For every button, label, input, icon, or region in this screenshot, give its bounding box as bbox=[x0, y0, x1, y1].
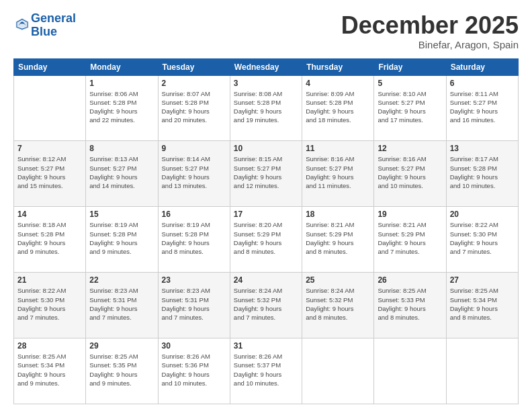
calendar-week-4: 21Sunrise: 8:22 AMSunset: 5:30 PMDayligh… bbox=[14, 273, 519, 338]
day-info: Sunrise: 8:12 AMSunset: 5:27 PMDaylight:… bbox=[17, 154, 82, 190]
day-number: 3 bbox=[234, 79, 298, 88]
day-number: 28 bbox=[17, 341, 82, 351]
day-info: Sunrise: 8:11 AMSunset: 5:27 PMDaylight:… bbox=[450, 89, 515, 125]
calendar-body: 1Sunrise: 8:06 AMSunset: 5:28 PMDaylight… bbox=[14, 75, 519, 404]
calendar-cell: 30Sunrise: 8:26 AMSunset: 5:36 PMDayligh… bbox=[158, 338, 230, 404]
svg-marker-0 bbox=[15, 17, 28, 30]
day-number: 4 bbox=[306, 79, 370, 88]
col-tuesday: Tuesday bbox=[158, 58, 230, 75]
calendar-cell: 18Sunrise: 8:21 AMSunset: 5:29 PMDayligh… bbox=[302, 207, 374, 273]
calendar-cell: 11Sunrise: 8:16 AMSunset: 5:27 PMDayligh… bbox=[302, 141, 374, 207]
calendar-cell: 12Sunrise: 8:16 AMSunset: 5:27 PMDayligh… bbox=[374, 141, 446, 207]
day-info: Sunrise: 8:16 AMSunset: 5:27 PMDaylight:… bbox=[378, 154, 442, 190]
day-number: 16 bbox=[162, 210, 226, 219]
calendar-cell: 5Sunrise: 8:10 AMSunset: 5:27 PMDaylight… bbox=[374, 75, 446, 141]
day-number: 10 bbox=[234, 144, 298, 153]
day-number: 8 bbox=[89, 144, 154, 153]
calendar-cell: 14Sunrise: 8:18 AMSunset: 5:28 PMDayligh… bbox=[14, 207, 86, 273]
calendar-cell: 15Sunrise: 8:19 AMSunset: 5:28 PMDayligh… bbox=[86, 207, 158, 273]
day-info: Sunrise: 8:16 AMSunset: 5:27 PMDaylight:… bbox=[306, 154, 370, 190]
calendar-header: Sunday Monday Tuesday Wednesday Thursday… bbox=[14, 58, 519, 75]
col-monday: Monday bbox=[86, 58, 158, 75]
day-number: 27 bbox=[450, 275, 515, 285]
calendar-cell bbox=[14, 75, 86, 141]
day-number: 6 bbox=[450, 79, 515, 88]
page: General Blue December 2025 Binefar, Arag… bbox=[0, 0, 532, 411]
calendar-cell bbox=[446, 338, 518, 404]
day-info: Sunrise: 8:21 AMSunset: 5:29 PMDaylight:… bbox=[306, 220, 370, 256]
col-wednesday: Wednesday bbox=[230, 58, 302, 75]
day-number: 26 bbox=[378, 275, 442, 285]
location: Binefar, Aragon, Spain bbox=[341, 39, 519, 50]
day-info: Sunrise: 8:22 AMSunset: 5:30 PMDaylight:… bbox=[450, 220, 515, 256]
day-number: 18 bbox=[306, 210, 370, 219]
day-number: 29 bbox=[89, 341, 154, 351]
day-info: Sunrise: 8:26 AMSunset: 5:37 PMDaylight:… bbox=[234, 352, 298, 387]
month-title: December 2025 bbox=[341, 12, 519, 39]
header: General Blue December 2025 Binefar, Arag… bbox=[13, 12, 519, 50]
day-number: 17 bbox=[234, 210, 298, 219]
day-info: Sunrise: 8:07 AMSunset: 5:28 PMDaylight:… bbox=[162, 89, 226, 125]
day-info: Sunrise: 8:25 AMSunset: 5:33 PMDaylight:… bbox=[378, 286, 442, 322]
calendar-cell: 10Sunrise: 8:15 AMSunset: 5:27 PMDayligh… bbox=[230, 141, 302, 207]
calendar-cell: 13Sunrise: 8:17 AMSunset: 5:28 PMDayligh… bbox=[446, 141, 518, 207]
calendar-cell bbox=[302, 338, 374, 404]
calendar-week-2: 7Sunrise: 8:12 AMSunset: 5:27 PMDaylight… bbox=[14, 141, 519, 207]
day-info: Sunrise: 8:10 AMSunset: 5:27 PMDaylight:… bbox=[378, 89, 442, 125]
day-number: 21 bbox=[17, 275, 82, 285]
day-number: 20 bbox=[450, 210, 515, 219]
day-info: Sunrise: 8:13 AMSunset: 5:27 PMDaylight:… bbox=[89, 154, 154, 190]
day-number: 31 bbox=[234, 341, 298, 351]
day-info: Sunrise: 8:24 AMSunset: 5:32 PMDaylight:… bbox=[234, 286, 298, 322]
day-number: 15 bbox=[89, 210, 154, 219]
logo-general: General bbox=[31, 11, 76, 25]
day-number: 24 bbox=[234, 275, 298, 285]
calendar-week-5: 28Sunrise: 8:25 AMSunset: 5:34 PMDayligh… bbox=[14, 338, 519, 404]
calendar-cell: 28Sunrise: 8:25 AMSunset: 5:34 PMDayligh… bbox=[14, 338, 86, 404]
col-sunday: Sunday bbox=[14, 58, 86, 75]
calendar-cell: 9Sunrise: 8:14 AMSunset: 5:27 PMDaylight… bbox=[158, 141, 230, 207]
calendar-week-3: 14Sunrise: 8:18 AMSunset: 5:28 PMDayligh… bbox=[14, 207, 519, 273]
calendar-cell: 3Sunrise: 8:08 AMSunset: 5:28 PMDaylight… bbox=[230, 75, 302, 141]
day-info: Sunrise: 8:17 AMSunset: 5:28 PMDaylight:… bbox=[450, 154, 515, 190]
calendar-cell: 19Sunrise: 8:21 AMSunset: 5:29 PMDayligh… bbox=[374, 207, 446, 273]
col-friday: Friday bbox=[374, 58, 446, 75]
logo-text: General Blue bbox=[31, 12, 76, 39]
day-number: 13 bbox=[450, 144, 515, 153]
logo-icon bbox=[15, 17, 30, 32]
day-number: 1 bbox=[89, 79, 154, 88]
calendar-cell: 21Sunrise: 8:22 AMSunset: 5:30 PMDayligh… bbox=[14, 273, 86, 338]
calendar-cell: 20Sunrise: 8:22 AMSunset: 5:30 PMDayligh… bbox=[446, 207, 518, 273]
calendar-cell: 2Sunrise: 8:07 AMSunset: 5:28 PMDaylight… bbox=[158, 75, 230, 141]
day-number: 14 bbox=[17, 210, 82, 219]
day-number: 7 bbox=[17, 144, 82, 153]
calendar-cell bbox=[374, 338, 446, 404]
calendar-cell: 7Sunrise: 8:12 AMSunset: 5:27 PMDaylight… bbox=[14, 141, 86, 207]
calendar-cell: 8Sunrise: 8:13 AMSunset: 5:27 PMDaylight… bbox=[86, 141, 158, 207]
day-info: Sunrise: 8:20 AMSunset: 5:29 PMDaylight:… bbox=[234, 220, 298, 256]
day-info: Sunrise: 8:21 AMSunset: 5:29 PMDaylight:… bbox=[378, 220, 442, 256]
day-info: Sunrise: 8:25 AMSunset: 5:35 PMDaylight:… bbox=[89, 352, 154, 387]
day-info: Sunrise: 8:25 AMSunset: 5:34 PMDaylight:… bbox=[17, 352, 82, 387]
day-number: 30 bbox=[162, 341, 226, 351]
day-info: Sunrise: 8:23 AMSunset: 5:31 PMDaylight:… bbox=[162, 286, 226, 322]
title-area: December 2025 Binefar, Aragon, Spain bbox=[341, 12, 519, 50]
col-thursday: Thursday bbox=[302, 58, 374, 75]
day-number: 25 bbox=[306, 275, 370, 285]
weekday-row: Sunday Monday Tuesday Wednesday Thursday… bbox=[14, 58, 519, 75]
calendar-cell: 24Sunrise: 8:24 AMSunset: 5:32 PMDayligh… bbox=[230, 273, 302, 338]
calendar-cell: 22Sunrise: 8:23 AMSunset: 5:31 PMDayligh… bbox=[86, 273, 158, 338]
calendar-cell: 4Sunrise: 8:09 AMSunset: 5:28 PMDaylight… bbox=[302, 75, 374, 141]
day-info: Sunrise: 8:19 AMSunset: 5:28 PMDaylight:… bbox=[89, 220, 154, 256]
calendar-cell: 16Sunrise: 8:19 AMSunset: 5:28 PMDayligh… bbox=[158, 207, 230, 273]
day-number: 2 bbox=[162, 79, 226, 88]
day-info: Sunrise: 8:18 AMSunset: 5:28 PMDaylight:… bbox=[17, 220, 82, 256]
calendar-cell: 1Sunrise: 8:06 AMSunset: 5:28 PMDaylight… bbox=[86, 75, 158, 141]
day-info: Sunrise: 8:25 AMSunset: 5:34 PMDaylight:… bbox=[450, 286, 515, 322]
col-saturday: Saturday bbox=[446, 58, 518, 75]
day-number: 22 bbox=[89, 275, 154, 285]
day-info: Sunrise: 8:23 AMSunset: 5:31 PMDaylight:… bbox=[89, 286, 154, 322]
day-number: 23 bbox=[162, 275, 226, 285]
calendar-cell: 29Sunrise: 8:25 AMSunset: 5:35 PMDayligh… bbox=[86, 338, 158, 404]
calendar-cell: 6Sunrise: 8:11 AMSunset: 5:27 PMDaylight… bbox=[446, 75, 518, 141]
